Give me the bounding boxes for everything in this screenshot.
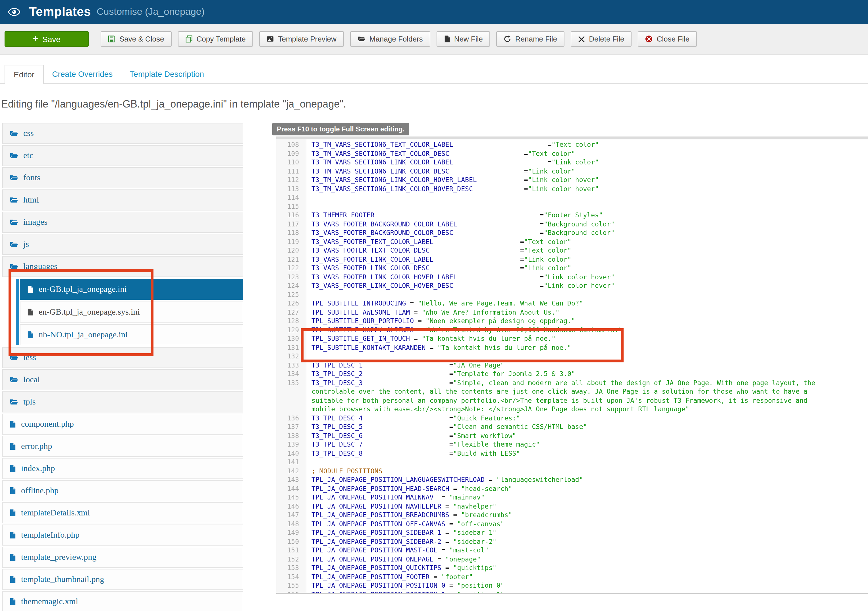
code-text: T3_TPL_DESC_8 ="Build with LESS" (304, 449, 520, 458)
tab-template-description[interactable]: Template Description (121, 65, 212, 84)
sidebar-item-en-gb-tpl-ja-onepage-ini[interactable]: en-GB.tpl_ja_onepage.ini (20, 279, 243, 300)
code-text: T3_TM_VARS_SECTION6_LINK_COLOR_LABEL ="L… (304, 158, 599, 167)
code-text: T3_THEMER_FOOTER ="Footer Styles" (304, 211, 603, 220)
code-text: T3_TPL_DESC_5 ="Clean and semantic CSS/H… (304, 423, 587, 432)
code-line: 120T3_VARS_FOOTER_TEXT_COLOR_DESC ="Text… (276, 246, 868, 255)
sidebar-item-local[interactable]: local (2, 369, 243, 390)
code-line: 130TPL_SUBTITLE_GET_IN_TOUCH = "Ta konta… (276, 334, 868, 343)
new-file-button[interactable]: New File (437, 31, 490, 47)
tab-editor[interactable]: Editor (5, 65, 43, 84)
button-label: Save & Close (119, 35, 164, 43)
sidebar-item-nb-no-tpl-ja-onepage-ini[interactable]: nb-NO.tpl_ja_onepage.ini (20, 324, 243, 345)
sidebar-item-templateinfo-php[interactable]: templateInfo.php (2, 524, 243, 546)
code-text: TPL_JA_ONEPAGE_POSITION_NAVHELPER = "nav… (304, 502, 496, 511)
line-number: 125 (276, 291, 304, 299)
sidebar-item-label: component.php (21, 419, 74, 429)
sidebar-item-offline-php[interactable]: offline.php (2, 480, 243, 501)
line-number: 144 (276, 484, 304, 493)
sidebar-item-error-php[interactable]: error.php (2, 436, 243, 457)
manage-folders-button[interactable]: Manage Folders (350, 31, 430, 47)
code-text: T3_TPL_DESC_7 ="Flexible theme magic" (304, 440, 540, 449)
line-number: 112 (276, 176, 304, 185)
sidebar-item-index-php[interactable]: index.php (2, 458, 243, 479)
file-icon (10, 531, 16, 539)
line-number: 133 (276, 361, 304, 370)
sidebar-item-css[interactable]: css (2, 123, 243, 144)
file-icon (10, 576, 16, 583)
line-number: 155 (276, 581, 304, 590)
sidebar-item-label: templateDetails.xml (21, 508, 90, 518)
delete-file-button[interactable]: Delete File (571, 31, 632, 47)
code-line: 108T3_TM_VARS_SECTION6_TEXT_COLOR_LABEL … (276, 140, 868, 149)
code-text: TPL_SUBTITLE_KONTAKT_KARANDEN = "Ta kont… (304, 343, 571, 352)
code-text: T3_TM_VARS_SECTION6_LINK_COLOR_HOVER_LAB… (304, 176, 599, 185)
sidebar-item-thememagic-xml[interactable]: thememagic.xml (2, 591, 243, 611)
sidebar-item-images[interactable]: images (2, 211, 243, 233)
folder-open-icon (10, 398, 18, 406)
line-number: 121 (276, 255, 304, 264)
code-line: 112T3_TM_VARS_SECTION6_LINK_COLOR_HOVER_… (276, 176, 868, 185)
line-number: 154 (276, 572, 304, 581)
sidebar-item-label: thememagic.xml (21, 597, 78, 606)
line-number: 135 (276, 379, 304, 387)
code-text: TPL_JA_ONEPAGE_POSITION_MAST-COL = "mast… (304, 546, 488, 555)
sidebar-item-template-thumbnail-png[interactable]: template_thumbnail.png (2, 569, 243, 590)
rename-file-button[interactable]: Rename File (496, 31, 564, 47)
line-number: 140 (276, 449, 304, 458)
sidebar-item-en-gb-tpl-ja-onepage-sys-ini[interactable]: en-GB.tpl_ja_onepage.sys.ini (20, 302, 243, 323)
code-text (304, 291, 312, 299)
code-text: T3_VARS_FOOTER_TEXT_COLOR_LABEL ="Text c… (304, 238, 571, 246)
code-line: 149TPL_JA_ONEPAGE_POSITION_SIDEBAR-1 = "… (276, 529, 868, 537)
sidebar-item-html[interactable]: html (2, 190, 243, 210)
code-line: 119T3_VARS_FOOTER_TEXT_COLOR_LABEL ="Tex… (276, 238, 868, 246)
copy-template-button[interactable]: Copy Template (178, 31, 253, 47)
code-editor[interactable]: 108T3_TM_VARS_SECTION6_TEXT_COLOR_LABEL … (276, 137, 868, 594)
sidebar-item-template-preview-png[interactable]: template_preview.png (2, 547, 243, 568)
sidebar-item-label: templateInfo.php (21, 530, 80, 540)
page-title: Templates (29, 5, 91, 19)
sidebar-item-languages[interactable]: languages (2, 256, 243, 277)
close-file-button[interactable]: Close File (638, 31, 697, 47)
save-close-button[interactable]: Save & Close (101, 31, 172, 47)
folder-open-icon (10, 174, 18, 182)
code-text (304, 202, 312, 211)
template-preview-button[interactable]: Template Preview (259, 31, 344, 47)
line-number: 139 (276, 440, 304, 449)
sidebar-item-less[interactable]: less (2, 347, 243, 368)
button-label: Delete File (589, 35, 624, 43)
sidebar-item-fonts[interactable]: fonts (2, 167, 243, 188)
sidebar-item-label: js (23, 239, 29, 249)
language-files-group: en-GB.tpl_ja_onepage.inien-GB.tpl_ja_one… (16, 279, 243, 345)
code-text: TPL_JA_ONEPAGE_POSITION_SIDEBAR-1 = "sid… (304, 529, 496, 537)
toolbar: +SaveSave & CloseCopy TemplateTemplate P… (5, 31, 697, 47)
line-number: 130 (276, 334, 304, 343)
editing-file-heading: Editing file "/languages/en-GB.tpl_ja_on… (1, 98, 346, 110)
folder-open-icon (10, 196, 18, 204)
sidebar-item-etc[interactable]: etc (2, 145, 243, 166)
sidebar-item-tpls[interactable]: tpls (2, 392, 243, 412)
code-line: 148TPL_JA_ONEPAGE_POSITION_OFF-CANVAS = … (276, 520, 868, 529)
code-line: 111T3_TM_VARS_SECTION6_LINK_COLOR_DESC =… (276, 167, 868, 176)
code-line: mobile browsers with ease.<br/><strong>N… (276, 405, 868, 414)
line-number: 141 (276, 458, 304, 467)
sidebar-item-templatedetails-xml[interactable]: templateDetails.xml (2, 502, 243, 523)
code-line: 122T3_VARS_FOOTER_LINK_COLOR_DESC ="Link… (276, 264, 868, 273)
code-text: T3_TPL_DESC_4 ="Quick Features:" (304, 414, 520, 423)
line-number: 117 (276, 220, 304, 229)
code-text: TPL_JA_ONEPAGE_POSITION_LANGUAGESWITCHER… (304, 476, 583, 484)
line-number: 138 (276, 432, 304, 440)
sidebar-item-js[interactable]: js (2, 234, 243, 255)
tab-create-overrides[interactable]: Create Overrides (43, 65, 121, 84)
sidebar-item-component-php[interactable]: component.php (2, 414, 243, 435)
code-line: 125 (276, 291, 868, 299)
sidebar-item-label: css (23, 129, 34, 138)
code-line: 143TPL_JA_ONEPAGE_POSITION_LANGUAGESWITC… (276, 476, 868, 484)
code-text: T3_VARS_FOOTER_TEXT_COLOR_DESC ="Text co… (304, 246, 571, 255)
code-line: 136T3_TPL_DESC_4 ="Quick Features:" (276, 414, 868, 423)
code-line: 114 (276, 193, 868, 202)
code-text: TPL_JA_ONEPAGE_POSITION_POSITION-0 = "po… (304, 581, 504, 590)
folder-dark-icon (358, 35, 366, 43)
line-number: 126 (276, 299, 304, 308)
folder-open-icon (10, 354, 18, 361)
save-button[interactable]: +Save (5, 31, 89, 47)
